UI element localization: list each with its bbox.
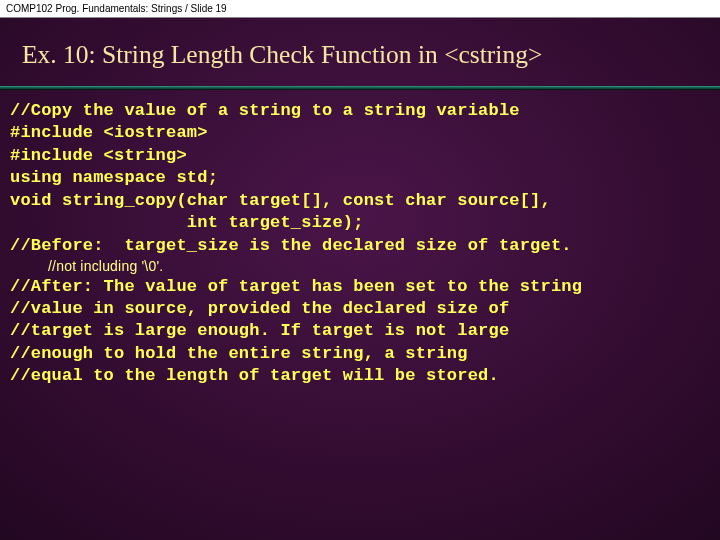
slide-title: Ex. 10: String Length Check Function in … xyxy=(22,40,700,70)
code-line: //Copy the value of a string to a string… xyxy=(10,101,520,120)
code-line: //Before: target_size is the declared si… xyxy=(10,236,572,255)
code-line: //After: The value of target has been se… xyxy=(10,277,582,296)
code-line: using namespace std; xyxy=(10,168,218,187)
code-line: #include <string> xyxy=(10,146,187,165)
code-line: //equal to the length of target will be … xyxy=(10,366,499,385)
code-line: //enough to hold the entire string, a st… xyxy=(10,344,468,363)
slide-header: COMP102 Prog. Fundamentals: Strings / Sl… xyxy=(0,0,720,18)
title-area: Ex. 10: String Length Check Function in … xyxy=(0,18,720,80)
code-line: #include <iostream> xyxy=(10,123,208,142)
code-block: //Copy the value of a string to a string… xyxy=(0,90,720,388)
code-line: //value in source, provided the declared… xyxy=(10,299,509,318)
code-line: void string_copy(char target[], const ch… xyxy=(10,191,551,210)
code-line: int target_size); xyxy=(10,213,364,232)
code-line: //target is large enough. If target is n… xyxy=(10,321,509,340)
code-line-small: //not including '\0'. xyxy=(10,257,710,275)
